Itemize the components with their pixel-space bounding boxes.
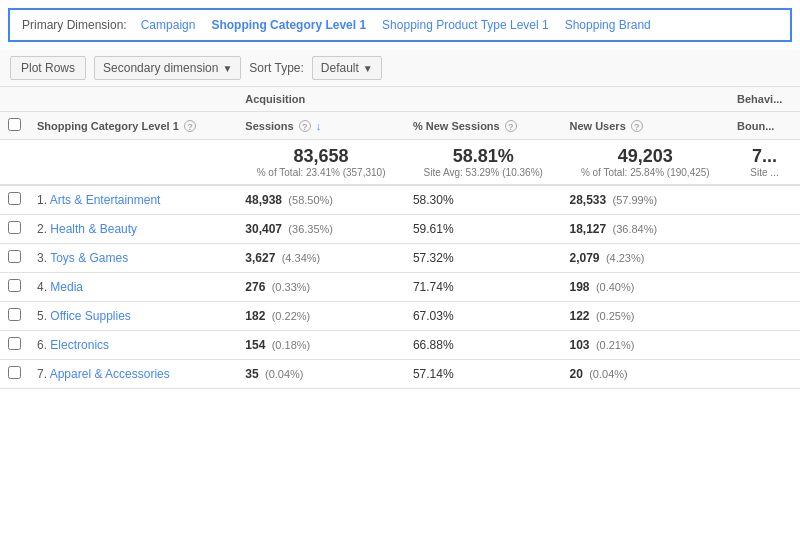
secondary-dimension-select[interactable]: Secondary dimension ▼ — [94, 56, 241, 80]
acquisition-group-header: Acquisition — [237, 87, 729, 112]
header-group-row: Acquisition Behavi... — [0, 87, 800, 112]
pct-new-help-icon[interactable]: ? — [505, 120, 517, 132]
summary-sessions-cell: 83,658 % of Total: 23.41% (357,310) — [237, 140, 405, 186]
column-header-row: Shopping Category Level 1 ? Sessions ? ↓… — [0, 112, 800, 140]
row-number-3: 4. — [37, 280, 47, 294]
row-checkbox-5[interactable] — [0, 331, 29, 360]
category-link-4[interactable]: Office Supplies — [50, 309, 131, 323]
row-sessions-4: 182 (0.22%) — [237, 302, 405, 331]
table-row: 7. Apparel & Accessories 35 (0.04%) 57.1… — [0, 360, 800, 389]
primary-dim-shopping-category[interactable]: Shopping Category Level 1 — [205, 18, 372, 32]
row-bounce-1 — [729, 215, 800, 244]
row-sessions-6: 35 (0.04%) — [237, 360, 405, 389]
table-row: 4. Media 276 (0.33%) 71.74% 198 (0.40%) — [0, 273, 800, 302]
pct-new-sessions-col-header[interactable]: % New Sessions ? — [405, 112, 562, 140]
row-bounce-6 — [729, 360, 800, 389]
primary-dim-product-type[interactable]: Shopping Product Type Level 1 — [376, 18, 555, 32]
row-bounce-5 — [729, 331, 800, 360]
row-checkbox-2[interactable] — [0, 244, 29, 273]
row-checkbox-4[interactable] — [0, 302, 29, 331]
row-dim-6: 7. Apparel & Accessories — [29, 360, 237, 389]
row-pct-new-1: 59.61% — [405, 215, 562, 244]
summary-checkbox-cell — [0, 140, 29, 186]
row-sessions-1: 30,407 (36.35%) — [237, 215, 405, 244]
table-row: 2. Health & Beauty 30,407 (36.35%) 59.61… — [0, 215, 800, 244]
data-table: Acquisition Behavi... Shopping Category … — [0, 87, 800, 389]
plot-rows-button[interactable]: Plot Rows — [10, 56, 86, 80]
row-bounce-3 — [729, 273, 800, 302]
row-number-0: 1. — [37, 193, 47, 207]
row-new-users-6: 20 (0.04%) — [562, 360, 730, 389]
row-pct-new-0: 58.30% — [405, 185, 562, 215]
row-new-users-2: 2,079 (4.23%) — [562, 244, 730, 273]
row-dim-3: 4. Media — [29, 273, 237, 302]
sessions-help-icon[interactable]: ? — [299, 120, 311, 132]
row-dim-4: 5. Office Supplies — [29, 302, 237, 331]
behavior-group-header: Behavi... — [729, 87, 800, 112]
dim-col-header — [29, 87, 237, 112]
primary-dim-brand[interactable]: Shopping Brand — [559, 18, 657, 32]
row-new-users-3: 198 (0.40%) — [562, 273, 730, 302]
category-link-2[interactable]: Toys & Games — [50, 251, 128, 265]
dim-help-icon[interactable]: ? — [184, 120, 196, 132]
row-dim-1: 2. Health & Beauty — [29, 215, 237, 244]
primary-dim-campaign[interactable]: Campaign — [135, 18, 202, 32]
sessions-col-header[interactable]: Sessions ? ↓ — [237, 112, 405, 140]
row-dim-0: 1. Arts & Entertainment — [29, 185, 237, 215]
row-checkbox-1[interactable] — [0, 215, 29, 244]
row-pct-new-6: 57.14% — [405, 360, 562, 389]
row-bounce-2 — [729, 244, 800, 273]
row-dim-5: 6. Electronics — [29, 331, 237, 360]
row-pct-new-5: 66.88% — [405, 331, 562, 360]
sort-type-chevron: ▼ — [363, 63, 373, 74]
row-number-2: 3. — [37, 251, 47, 265]
row-sessions-2: 3,627 (4.34%) — [237, 244, 405, 273]
row-new-users-0: 28,533 (57.99%) — [562, 185, 730, 215]
category-link-1[interactable]: Health & Beauty — [50, 222, 137, 236]
summary-pct-new-cell: 58.81% Site Avg: 53.29% (10.36%) — [405, 140, 562, 186]
row-number-6: 7. — [37, 367, 47, 381]
row-sessions-0: 48,938 (58.50%) — [237, 185, 405, 215]
summary-new-users-cell: 49,203 % of Total: 25.84% (190,425) — [562, 140, 730, 186]
row-sessions-5: 154 (0.18%) — [237, 331, 405, 360]
category-link-6[interactable]: Apparel & Accessories — [50, 367, 170, 381]
row-new-users-4: 122 (0.25%) — [562, 302, 730, 331]
checkbox-header — [0, 87, 29, 112]
row-number-1: 2. — [37, 222, 47, 236]
category-link-3[interactable]: Media — [50, 280, 83, 294]
dim-col-header-label: Shopping Category Level 1 ? — [29, 112, 237, 140]
row-checkbox-6[interactable] — [0, 360, 29, 389]
data-table-container: Acquisition Behavi... Shopping Category … — [0, 87, 800, 389]
row-checkbox-0[interactable] — [0, 185, 29, 215]
row-pct-new-4: 67.03% — [405, 302, 562, 331]
sessions-sort-icon: ↓ — [316, 120, 322, 132]
row-dim-2: 3. Toys & Games — [29, 244, 237, 273]
table-row: 1. Arts & Entertainment 48,938 (58.50%) … — [0, 185, 800, 215]
bounce-col-header[interactable]: Boun... — [729, 112, 800, 140]
sort-type-select[interactable]: Default ▼ — [312, 56, 382, 80]
row-pct-new-2: 57.32% — [405, 244, 562, 273]
row-number-4: 5. — [37, 309, 47, 323]
row-checkbox-3[interactable] — [0, 273, 29, 302]
row-sessions-3: 276 (0.33%) — [237, 273, 405, 302]
row-new-users-5: 103 (0.21%) — [562, 331, 730, 360]
summary-dim-cell — [29, 140, 237, 186]
table-row: 6. Electronics 154 (0.18%) 66.88% 103 (0… — [0, 331, 800, 360]
row-bounce-0 — [729, 185, 800, 215]
table-row: 3. Toys & Games 3,627 (4.34%) 57.32% 2,0… — [0, 244, 800, 273]
row-number-5: 6. — [37, 338, 47, 352]
row-pct-new-3: 71.74% — [405, 273, 562, 302]
select-all-checkbox[interactable] — [0, 112, 29, 140]
table-row: 5. Office Supplies 182 (0.22%) 67.03% 12… — [0, 302, 800, 331]
row-new-users-1: 18,127 (36.84%) — [562, 215, 730, 244]
primary-dimension-label: Primary Dimension: — [22, 18, 127, 32]
summary-bounce-cell: 7... Site ... — [729, 140, 800, 186]
category-link-5[interactable]: Electronics — [50, 338, 109, 352]
summary-row: 83,658 % of Total: 23.41% (357,310) 58.8… — [0, 140, 800, 186]
new-users-help-icon[interactable]: ? — [631, 120, 643, 132]
secondary-dimension-chevron: ▼ — [222, 63, 232, 74]
category-link-0[interactable]: Arts & Entertainment — [50, 193, 161, 207]
new-users-col-header[interactable]: New Users ? — [562, 112, 730, 140]
toolbar: Plot Rows Secondary dimension ▼ Sort Typ… — [0, 50, 800, 87]
primary-dimension-bar: Primary Dimension: Campaign Shopping Cat… — [8, 8, 792, 42]
